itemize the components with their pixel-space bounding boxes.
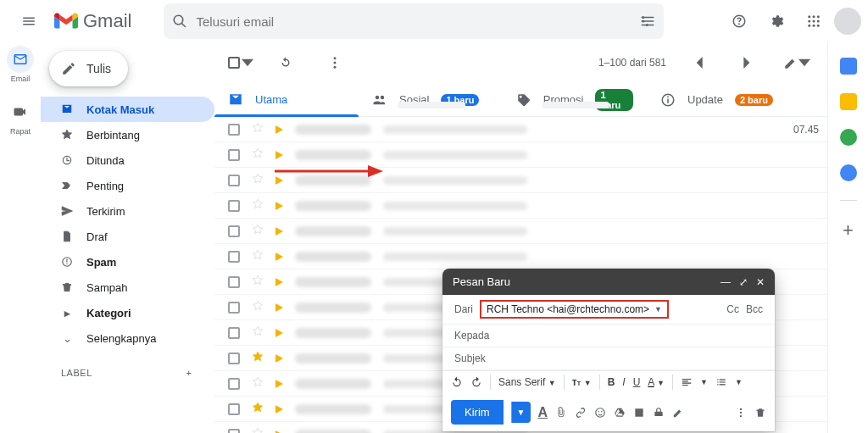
- star-icon[interactable]: [252, 173, 264, 188]
- important-icon[interactable]: [275, 405, 283, 414]
- calendar-addon[interactable]: [840, 58, 857, 75]
- nav-kotak-masuk[interactable]: Kotak Masuk: [41, 97, 214, 122]
- row-checkbox[interactable]: [228, 429, 240, 434]
- to-field[interactable]: Kepada: [442, 325, 775, 347]
- attach-icon[interactable]: [555, 407, 567, 419]
- rail-mail[interactable]: Email: [7, 46, 34, 83]
- mail-row[interactable]: 07.45: [214, 117, 827, 142]
- italic-button[interactable]: I: [622, 376, 625, 388]
- font-size[interactable]: тT ▼: [572, 376, 592, 388]
- drive-icon[interactable]: [614, 407, 626, 419]
- star-icon[interactable]: [252, 376, 264, 391]
- tab-promotions[interactable]: Promosi 1 baru: [503, 83, 647, 116]
- star-icon[interactable]: [252, 147, 264, 163]
- nav-kategori[interactable]: ▸Kategori: [41, 300, 214, 325]
- select-all[interactable]: [228, 57, 253, 69]
- account-avatar[interactable]: [834, 8, 861, 35]
- row-checkbox[interactable]: [228, 124, 240, 136]
- get-addons[interactable]: +: [843, 219, 854, 241]
- important-icon[interactable]: [275, 125, 283, 134]
- settings-button[interactable]: [760, 4, 793, 38]
- important-icon[interactable]: [275, 329, 283, 337]
- nav-selengkapnya[interactable]: ⌄Selengkapnya: [41, 325, 214, 351]
- mail-row[interactable]: [214, 142, 827, 168]
- row-checkbox[interactable]: [228, 276, 240, 288]
- star-icon[interactable]: [252, 224, 264, 239]
- font-selector[interactable]: Sans Serif ▼: [498, 376, 556, 388]
- row-checkbox[interactable]: [228, 251, 240, 263]
- star-icon[interactable]: [252, 198, 264, 214]
- discard-icon[interactable]: [754, 407, 766, 419]
- nav-terkirim[interactable]: Terkirim: [41, 198, 214, 224]
- page-next[interactable]: [731, 46, 765, 80]
- nav-berbintang[interactable]: Berbintang: [41, 122, 214, 147]
- nav-sampah[interactable]: Sampah: [41, 275, 214, 300]
- gmail-logo[interactable]: Gmail: [54, 10, 157, 32]
- important-icon[interactable]: [275, 303, 283, 312]
- row-checkbox[interactable]: [228, 225, 240, 237]
- mail-row[interactable]: [214, 219, 827, 244]
- nav-spam[interactable]: Spam: [41, 249, 214, 275]
- apps-button[interactable]: [797, 4, 831, 38]
- star-icon[interactable]: [252, 427, 264, 434]
- mail-row[interactable]: [214, 193, 827, 219]
- contacts-addon[interactable]: [840, 164, 857, 181]
- subject-field[interactable]: Subjek: [442, 347, 775, 370]
- row-checkbox[interactable]: [228, 302, 240, 314]
- bold-button[interactable]: B: [608, 376, 615, 388]
- search-bar[interactable]: [164, 3, 664, 39]
- image-icon[interactable]: [633, 407, 645, 419]
- keep-addon[interactable]: [840, 93, 857, 110]
- star-icon[interactable]: [252, 325, 264, 341]
- add-label-button[interactable]: +: [179, 363, 199, 383]
- page-prev[interactable]: [682, 46, 715, 80]
- main-menu-button[interactable]: [10, 3, 47, 40]
- row-checkbox[interactable]: [228, 175, 240, 186]
- underline-button[interactable]: U: [633, 376, 641, 388]
- send-button[interactable]: Kirim: [451, 400, 504, 425]
- important-icon[interactable]: [275, 253, 283, 261]
- signature-icon[interactable]: [672, 407, 684, 419]
- redo-icon[interactable]: [470, 376, 482, 388]
- compose-button[interactable]: Tulis: [49, 51, 128, 86]
- tab-updates[interactable]: Update 2 baru: [647, 83, 787, 116]
- input-tools[interactable]: [780, 46, 814, 80]
- from-selector[interactable]: RCH Techno <hai@rchtechno.com> ▼: [480, 300, 669, 319]
- cc-button[interactable]: Cc: [726, 303, 739, 315]
- rail-meet[interactable]: Rapat: [7, 98, 34, 136]
- star-icon[interactable]: [252, 351, 264, 366]
- tab-primary[interactable]: Utama: [214, 83, 359, 116]
- tune-icon[interactable]: [640, 14, 655, 29]
- list-icon[interactable]: [715, 376, 727, 388]
- refresh-button[interactable]: [269, 46, 303, 80]
- mail-row[interactable]: [214, 244, 827, 269]
- row-checkbox[interactable]: [228, 403, 240, 415]
- important-icon[interactable]: [275, 380, 283, 388]
- important-icon[interactable]: [275, 354, 283, 363]
- nav-draf[interactable]: Draf: [41, 224, 214, 249]
- tasks-addon[interactable]: [840, 129, 857, 146]
- row-checkbox[interactable]: [228, 149, 240, 161]
- more-options[interactable]: [735, 407, 747, 419]
- row-checkbox[interactable]: [228, 327, 240, 339]
- bcc-button[interactable]: Bcc: [746, 303, 763, 315]
- row-checkbox[interactable]: [228, 353, 240, 364]
- important-icon[interactable]: [275, 202, 283, 210]
- confidential-icon[interactable]: [653, 407, 665, 419]
- important-icon[interactable]: [275, 227, 283, 236]
- important-icon[interactable]: [275, 430, 283, 434]
- star-icon[interactable]: [252, 249, 264, 264]
- star-icon[interactable]: [252, 122, 264, 137]
- format-toggle[interactable]: A: [538, 405, 548, 420]
- compose-close[interactable]: ✕: [756, 276, 765, 288]
- link-icon[interactable]: [575, 407, 587, 419]
- important-icon[interactable]: [275, 151, 283, 159]
- send-more-button[interactable]: ▼: [511, 402, 531, 423]
- align-icon[interactable]: [681, 376, 693, 388]
- important-icon[interactable]: [275, 176, 283, 185]
- text-color[interactable]: A ▼: [648, 376, 665, 388]
- more-button[interactable]: [318, 46, 352, 80]
- compose-fullscreen[interactable]: ⤢: [739, 276, 748, 288]
- search-input[interactable]: [196, 14, 632, 29]
- nav-ditunda[interactable]: Ditunda: [41, 147, 214, 173]
